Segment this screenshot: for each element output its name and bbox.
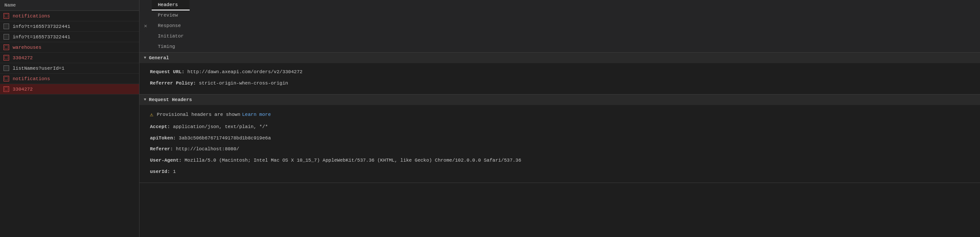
row-value: http://localhost:8080/ xyxy=(176,146,239,152)
request-details-panel: × HeadersPreviewResponseInitiatorTiming … xyxy=(140,0,980,237)
request-headers-body: ⚠ Provisional headers are shown Learn mo… xyxy=(140,105,980,183)
network-item-name: 3304272 xyxy=(13,55,33,61)
row-key: userId: xyxy=(150,169,170,174)
request-header-row: User-Agent: Mozilla/5.0 (Macintosh; Inte… xyxy=(150,155,973,166)
network-item-item-7[interactable]: □notifications xyxy=(0,74,139,84)
error-icon: □ xyxy=(3,55,9,61)
network-item-item-2[interactable]: info?t=1655737322441 xyxy=(0,21,139,32)
row-key: Request URL: xyxy=(150,69,184,74)
general-row: Referrer Policy: strict-origin-when-cros… xyxy=(150,78,973,89)
tab-response[interactable]: Response xyxy=(152,21,190,31)
tabs-container: HeadersPreviewResponseInitiatorTiming xyxy=(152,0,190,52)
tab-initiator[interactable]: Initiator xyxy=(152,31,190,42)
network-items-list: □notificationsinfo?t=1655737322441info?t… xyxy=(0,11,139,95)
triangle-icon: ▼ xyxy=(144,56,146,60)
network-item-name: info?t=1655737322441 xyxy=(13,34,70,40)
close-button[interactable]: × xyxy=(140,20,152,32)
request-header-row: Accept: application/json, text/plain, */… xyxy=(150,122,973,133)
tabs-bar: × HeadersPreviewResponseInitiatorTiming xyxy=(140,0,980,53)
network-item-item-8[interactable]: □3304272 xyxy=(0,84,139,95)
general-section: ▼ General Request URL: http://dawn.axeap… xyxy=(140,53,980,95)
row-key: Referrer Policy: xyxy=(150,81,196,86)
general-section-header[interactable]: ▼ General xyxy=(140,53,980,63)
request-header-row: Referer: http://localhost:8080/ xyxy=(150,144,973,155)
triangle-icon-2: ▼ xyxy=(144,98,146,102)
error-icon: □ xyxy=(3,76,9,81)
network-item-item-6[interactable]: listNames?userId=1 xyxy=(0,63,139,74)
row-key: Referer: xyxy=(150,146,173,152)
network-item-name: warehouses xyxy=(13,45,41,50)
network-requests-panel: Name □notificationsinfo?t=1655737322441i… xyxy=(0,0,140,237)
error-icon: □ xyxy=(3,13,9,19)
tab-preview[interactable]: Preview xyxy=(152,10,190,21)
warning-icon: ⚠ xyxy=(150,111,153,118)
warning-text: Provisional headers are shown xyxy=(157,112,240,117)
row-value: strict-origin-when-cross-origin xyxy=(199,81,288,86)
request-header-row: userId: 1 xyxy=(150,166,973,178)
learn-more-link[interactable]: Learn more xyxy=(242,112,271,117)
row-value: 3ab3c506b67671749178bd1b8c919e6a xyxy=(179,135,271,141)
row-key: apiToken: xyxy=(150,135,176,141)
network-item-item-5[interactable]: □3304272 xyxy=(0,53,139,63)
network-item-name: notifications xyxy=(13,14,50,19)
row-value: Mozilla/5.0 (Macintosh; Intel Mac OS X 1… xyxy=(184,158,521,163)
request-headers-section: ▼ Request Headers ⚠ Provisional headers … xyxy=(140,95,980,183)
network-item-name: info?t=1655737322441 xyxy=(13,24,70,29)
network-item-name: 3304272 xyxy=(13,87,33,92)
tab-timing[interactable]: Timing xyxy=(152,42,190,52)
checkbox-icon xyxy=(3,24,9,29)
provisional-headers-warning: ⚠ Provisional headers are shown Learn mo… xyxy=(150,108,973,122)
general-section-body: Request URL: http://dawn.axeapi.com/orde… xyxy=(140,63,980,94)
network-item-item-4[interactable]: □warehouses xyxy=(0,42,139,53)
general-section-title: General xyxy=(149,55,169,61)
checkbox-icon xyxy=(3,65,9,71)
request-headers-section-header[interactable]: ▼ Request Headers xyxy=(140,95,980,105)
general-row: Request URL: http://dawn.axeapi.com/orde… xyxy=(150,67,973,78)
request-headers-title: Request Headers xyxy=(149,97,192,102)
row-key: User-Agent: xyxy=(150,158,182,163)
network-panel-header: Name xyxy=(0,0,139,11)
error-icon: □ xyxy=(3,86,9,92)
row-value: application/json, text/plain, */* xyxy=(173,124,268,129)
row-value: http://dawn.axeapi.com/orders/v2/3304272 xyxy=(187,69,303,74)
checkbox-icon xyxy=(3,34,9,40)
request-header-row: apiToken: 3ab3c506b67671749178bd1b8c919e… xyxy=(150,133,973,144)
headers-content: ▼ General Request URL: http://dawn.axeap… xyxy=(140,53,980,237)
network-item-item-1[interactable]: □notifications xyxy=(0,11,139,21)
error-icon: □ xyxy=(3,44,9,50)
row-key: Accept: xyxy=(150,124,170,129)
tab-headers[interactable]: Headers xyxy=(152,0,190,10)
network-item-item-3[interactable]: info?t=1655737322441 xyxy=(0,32,139,42)
network-item-name: notifications xyxy=(13,76,50,81)
row-value: 1 xyxy=(173,169,176,174)
network-item-name: listNames?userId=1 xyxy=(13,66,65,71)
